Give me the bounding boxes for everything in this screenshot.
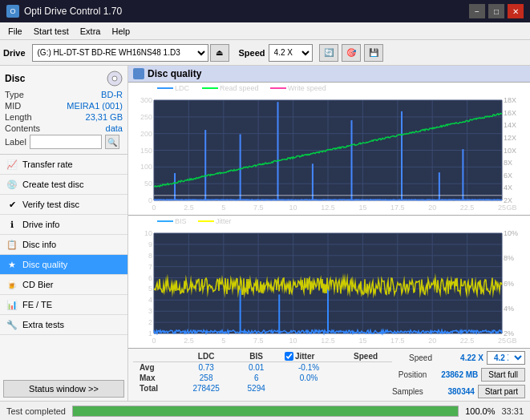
sidebar-item-fe-te[interactable]: 📊 FE / TE (0, 295, 127, 315)
menu-extra[interactable]: Extra (75, 25, 106, 38)
cd-bier-icon: 🍺 (6, 279, 18, 290)
extra-tests-icon: 🔧 (6, 319, 18, 330)
speed-right-value: 4.22 X (435, 353, 483, 362)
toolbar-btn-3[interactable]: 💾 (364, 44, 383, 62)
status-window-button[interactable]: Status window >> (3, 380, 124, 398)
toolbar-btn-1[interactable]: 🔄 (319, 44, 338, 62)
position-value: 23862 MB (430, 370, 478, 379)
stats-header-empty (133, 351, 178, 362)
maximize-button[interactable]: □ (488, 4, 504, 18)
sidebar-item-create-test-disc[interactable]: 💿 Create test disc (0, 175, 127, 195)
app-icon: O (6, 5, 19, 18)
status-text: Test completed (6, 406, 66, 416)
eject-button[interactable]: ⏏ (210, 44, 229, 62)
sidebar: Disc Type BD-R MID MEIRA1 (001) Length 2… (0, 66, 128, 401)
drive-toolbar: Drive (G:) HL-DT-ST BD-RE WH16NS48 1.D3 … (0, 40, 530, 66)
title-bar-text: Opti Drive Control 1.70 (24, 6, 122, 17)
fe-te-label: FE / TE (22, 300, 52, 309)
sidebar-nav: 📈 Transfer rate 💿 Create test disc ✔ Ver… (0, 155, 127, 377)
stats-header-jitter-check: Jitter (278, 351, 339, 362)
disc-type-value: BD-R (101, 90, 123, 99)
disc-mid-value: MEIRA1 (001) (67, 101, 123, 111)
sidebar-item-disc-info[interactable]: 📋 Disc info (0, 235, 127, 255)
drive-select[interactable]: (G:) HL-DT-ST BD-RE WH16NS48 1.D3 (32, 44, 208, 62)
disc-type-label: Type (5, 90, 24, 99)
speed-right-select[interactable]: 4.2 X (487, 351, 525, 365)
chart2 (128, 216, 530, 348)
speed-right-label: Speed (409, 353, 432, 362)
sidebar-item-transfer-rate[interactable]: 📈 Transfer rate (0, 155, 127, 175)
fe-te-icon: 📊 (6, 299, 18, 310)
close-button[interactable]: ✕ (508, 4, 524, 18)
disc-label-label: Label (5, 137, 26, 147)
status-time: 33:31 (501, 406, 524, 416)
cd-bier-label: CD Bier (22, 280, 54, 289)
create-test-disc-label: Create test disc (22, 180, 83, 189)
menu-start-test[interactable]: Start test (29, 25, 74, 38)
stats-table: LDC BIS Jitter Speed Avg (133, 351, 392, 394)
samples-value: 380344 (427, 387, 475, 396)
verify-test-disc-label: Verify test disc (22, 200, 79, 209)
disc-length-label: Length (5, 112, 32, 122)
menu-file[interactable]: File (3, 25, 27, 38)
status-bar: Test completed 100.0% 33:31 (0, 401, 530, 420)
transfer-rate-label: Transfer rate (22, 160, 73, 169)
jitter-label: Jitter (295, 352, 314, 361)
samples-label: Samples (392, 387, 423, 396)
chart-header-icon (133, 68, 144, 79)
chart-area: Disc quality LDC BIS (128, 66, 530, 401)
speed-select[interactable]: 4.2 X (269, 44, 313, 62)
chart1-canvas (128, 83, 530, 215)
disc-contents-label: Contents (5, 123, 40, 133)
stats-area: LDC BIS Jitter Speed Avg (128, 348, 530, 401)
disc-icon (107, 71, 123, 87)
create-test-disc-icon: 💿 (6, 179, 18, 190)
stats-right-panel: Speed 4.22 X 4.2 X Position 23862 MB Sta… (392, 351, 525, 398)
menu-bar: File Start test Extra Help (0, 22, 530, 40)
sidebar-item-drive-info[interactable]: ℹ Drive info (0, 215, 127, 235)
verify-test-disc-icon: ✔ (6, 199, 18, 210)
svg-point-1 (112, 76, 117, 81)
position-label: Position (399, 370, 427, 379)
disc-label-btn[interactable]: 🔍 (105, 135, 119, 149)
disc-contents-value: data (106, 123, 123, 133)
chart-header: Disc quality (128, 66, 530, 83)
stats-row-total: Total 278425 5294 (133, 383, 392, 394)
toolbar-btn-2[interactable]: 🎯 (342, 44, 361, 62)
drive-label: Drive (3, 48, 26, 58)
progress-percent: 100.0% (465, 406, 495, 416)
drive-info-icon: ℹ (6, 219, 18, 230)
start-part-button[interactable]: Start part (478, 385, 525, 398)
chart2-canvas (128, 216, 530, 348)
chart-title: Disc quality (148, 68, 201, 79)
chart1 (128, 83, 530, 216)
disc-label-input[interactable] (30, 135, 102, 149)
disc-quality-icon: ★ (6, 259, 18, 270)
speed-label: Speed (239, 48, 265, 58)
sidebar-item-extra-tests[interactable]: 🔧 Extra tests (0, 315, 127, 335)
sidebar-item-disc-quality[interactable]: ★ Disc quality (0, 255, 127, 275)
disc-info-label: Disc info (22, 240, 56, 249)
disc-info-icon: 📋 (6, 239, 18, 250)
stats-row-avg: Avg 0.73 0.01 -0.1% (133, 362, 392, 374)
extra-tests-label: Extra tests (22, 320, 64, 329)
progress-fill (73, 406, 458, 416)
transfer-rate-icon: 📈 (6, 159, 18, 170)
stats-header-ldc: LDC (178, 351, 234, 362)
disc-quality-label: Disc quality (22, 260, 67, 269)
title-bar: O Opti Drive Control 1.70 − □ ✕ (0, 0, 530, 22)
jitter-checkbox[interactable] (285, 352, 293, 361)
disc-panel: Disc Type BD-R MID MEIRA1 (001) Length 2… (0, 66, 127, 155)
disc-mid-label: MID (5, 101, 21, 111)
stats-header-speed: Speed (339, 351, 392, 362)
disc-length-value: 23,31 GB (86, 112, 123, 122)
stats-row-max: Max 258 6 0.0% (133, 373, 392, 383)
disc-title: Disc (5, 73, 25, 84)
start-full-button[interactable]: Start full (481, 368, 525, 382)
menu-help[interactable]: Help (107, 25, 135, 38)
minimize-button[interactable]: − (469, 4, 485, 18)
stats-header-bis: BIS (234, 351, 278, 362)
progress-bar (72, 406, 459, 417)
sidebar-item-verify-test-disc[interactable]: ✔ Verify test disc (0, 195, 127, 215)
sidebar-item-cd-bier[interactable]: 🍺 CD Bier (0, 275, 127, 295)
